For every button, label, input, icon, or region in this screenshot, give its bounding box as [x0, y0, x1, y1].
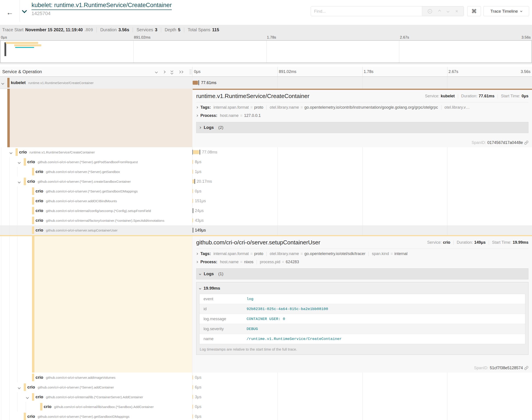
column-resizer[interactable]	[190, 69, 191, 74]
expand-one-icon[interactable]	[163, 71, 166, 73]
span-timeline-cell[interactable]: 1μs	[192, 167, 532, 177]
span-name-cell[interactable]: kubeletruntime.v1.RuntimeService/CreateC…	[0, 77, 192, 89]
process-section[interactable]: Process:host.name=127.0.0.1	[196, 112, 529, 120]
span-name-cell[interactable]: criogithub.com/cri-o/cri-o/server.(*Serv…	[0, 177, 192, 186]
span-color-bar[interactable]	[32, 207, 34, 214]
logs-header[interactable]: Logs(1)	[196, 268, 529, 279]
span-name-cell[interactable]: criogithub.com/cri-o/cri-o/internal/lib/…	[0, 402, 192, 412]
span-row[interactable]: criogithub.com/cri-o/cri-o/internal/lib.…	[0, 392, 532, 402]
span-name-cell[interactable]: criogithub.com/cri-o/cri-o/server.addOCI…	[0, 196, 192, 206]
process-label: Process:	[200, 113, 217, 118]
row-chevron-icon[interactable]	[2, 81, 4, 85]
find-next-icon[interactable]	[447, 10, 449, 13]
span-color-bar[interactable]	[24, 178, 26, 185]
span-color-bar[interactable]	[24, 383, 26, 391]
row-chevron-icon[interactable]	[18, 386, 20, 390]
span-timeline-cell[interactable]: 3μs	[192, 392, 532, 402]
span-color-bar[interactable]	[32, 374, 34, 381]
link-icon[interactable]	[524, 141, 529, 145]
back-button[interactable]: ←	[4, 7, 16, 18]
row-chevron-icon[interactable]	[18, 180, 20, 184]
view-selector-label: Trace Timeline	[490, 9, 518, 14]
span-timeline-cell[interactable]: 0μs	[192, 373, 532, 382]
span-timeline-cell[interactable]: 20.17ms	[192, 177, 532, 186]
span-row[interactable]: criogithub.com/cri-o/cri-o/server.(*Serv…	[0, 382, 532, 392]
span-name-cell[interactable]: criogithub.com/cri-o/cri-o/internal/lib.…	[0, 392, 192, 402]
trace-collapse-chevron-icon[interactable]	[23, 9, 26, 13]
span-color-bar[interactable]	[40, 403, 42, 410]
span-timeline-cell[interactable]: 0μs	[192, 402, 532, 412]
span-name-cell[interactable]: criogithub.com/cri-o/cri-o/internal/fact…	[0, 216, 192, 225]
span-row[interactable]: criogithub.com/cri-o/cri-o/server.(*Serv…	[0, 167, 532, 177]
page-title[interactable]: kubelet: runtime.v1.RuntimeService/Creat…	[31, 2, 172, 10]
span-row[interactable]: criogithub.com/cri-o/cri-o/server.setupC…	[0, 225, 532, 235]
span-name-cell[interactable]: criogithub.com/cri-o/cri-o/server.(*Serv…	[0, 186, 192, 196]
span-row[interactable]: criogithub.com/cri-o/cri-o/server.addIma…	[0, 373, 532, 382]
locate-span-icon[interactable]	[428, 9, 432, 14]
tag-item: span.kind=internal	[372, 252, 407, 256]
span-name-cell[interactable]: criogithub.com/cri-o/cri-o/internal/conf…	[0, 206, 192, 216]
collapse-one-icon[interactable]	[155, 71, 158, 73]
span-timeline-cell[interactable]: 0μs	[192, 186, 532, 196]
keyboard-shortcuts-button[interactable]: ⌘	[467, 6, 481, 16]
view-selector-button[interactable]: Trace Timeline	[483, 6, 529, 16]
span-timeline-cell[interactable]: 149μs	[192, 225, 532, 235]
span-row[interactable]: kubeletruntime.v1.RuntimeService/CreateC…	[0, 77, 532, 89]
span-row[interactable]: criogithub.com/cri-o/cri-o/internal/lib/…	[0, 402, 532, 412]
process-section[interactable]: Process:host.name=nixosprocess.pid=62428…	[196, 258, 529, 266]
log-entry-time[interactable]: 19.99ms	[199, 286, 525, 291]
span-row[interactable]: crioruntime.v1.RuntimeService/CreateCont…	[0, 147, 532, 157]
find-prev-icon[interactable]	[438, 10, 441, 13]
span-timeline-cell[interactable]: 6μs	[192, 382, 532, 392]
expand-all-icon[interactable]	[179, 71, 183, 73]
span-row[interactable]: criogithub.com/cri-o/cri-o/server.addOCI…	[0, 196, 532, 206]
logs-header[interactable]: Logs(2)	[196, 122, 529, 133]
span-color-bar[interactable]	[7, 78, 10, 88]
span-color-bar[interactable]	[32, 226, 34, 234]
span-row[interactable]: criogithub.com/cri-o/cri-o/server.(*Serv…	[0, 412, 532, 420]
tags-section[interactable]: Tags:internal.span.format=protootel.libr…	[196, 103, 529, 112]
row-chevron-icon[interactable]	[26, 395, 28, 399]
tags-section[interactable]: Tags:internal.span.format=protootel.libr…	[196, 250, 529, 258]
span-name: criogithub.com/cri-o/cri-o/server.setupC…	[35, 228, 117, 233]
span-id-label: SpanID:	[474, 366, 488, 370]
span-name-cell[interactable]: crioruntime.v1.RuntimeService/CreateCont…	[0, 147, 192, 157]
span-color-bar[interactable]	[24, 158, 26, 166]
span-name-cell[interactable]: criogithub.com/cri-o/cri-o/server.addIma…	[0, 373, 192, 382]
span-row[interactable]: criogithub.com/cri-o/cri-o/server.(*Serv…	[0, 157, 532, 167]
span-row[interactable]: criogithub.com/cri-o/cri-o/server.(*Serv…	[0, 186, 532, 196]
span-color-bar[interactable]	[32, 187, 34, 195]
span-color-bar[interactable]	[16, 148, 18, 156]
span-name-cell[interactable]: criogithub.com/cri-o/cri-o/server.(*Serv…	[0, 412, 192, 420]
span-color-bar[interactable]	[24, 413, 26, 420]
service-label: crio	[35, 218, 43, 223]
span-timeline-cell[interactable]: 0μs	[192, 412, 532, 420]
link-icon[interactable]	[524, 366, 529, 370]
span-name-cell[interactable]: criogithub.com/cri-o/cri-o/server.(*Serv…	[0, 157, 192, 167]
minimap-scrubber[interactable]	[4, 42, 6, 56]
span-row[interactable]: criogithub.com/cri-o/cri-o/server.(*Serv…	[0, 177, 532, 186]
span-timeline-cell[interactable]: 77.61ms	[192, 77, 532, 89]
collapse-all-icon[interactable]	[171, 70, 173, 74]
span-timeline-cell[interactable]: 8μs	[192, 157, 532, 167]
span-name-cell[interactable]: criogithub.com/cri-o/cri-o/server.setupC…	[0, 225, 192, 235]
span-id: 51cf7f38e5128574	[490, 366, 523, 370]
span-color-bar[interactable]	[32, 197, 34, 205]
indent-guide	[9, 225, 10, 235]
span-row[interactable]: criogithub.com/cri-o/cri-o/internal/fact…	[0, 216, 532, 225]
span-row[interactable]: criogithub.com/cri-o/cri-o/internal/conf…	[0, 206, 532, 216]
span-name-cell[interactable]: criogithub.com/cri-o/cri-o/server.(*Serv…	[0, 167, 192, 177]
span-name-cell[interactable]: criogithub.com/cri-o/cri-o/server.(*Serv…	[0, 382, 192, 392]
span-color-bar[interactable]	[32, 393, 34, 401]
span-timeline-cell[interactable]: 24μs	[192, 206, 532, 216]
find-input[interactable]	[311, 6, 422, 16]
span-color-bar[interactable]	[32, 168, 34, 175]
row-chevron-icon[interactable]	[18, 160, 20, 164]
minimap-canvas[interactable]	[0, 40, 532, 63]
span-timeline-cell[interactable]: 77.08ms	[192, 147, 532, 157]
span-color-bar[interactable]	[32, 217, 34, 224]
span-timeline-cell[interactable]: 43μs	[192, 216, 532, 225]
row-chevron-icon[interactable]	[10, 150, 12, 155]
span-timeline-cell[interactable]: 151μs	[192, 196, 532, 206]
find-clear-icon[interactable]: ×	[455, 9, 458, 14]
